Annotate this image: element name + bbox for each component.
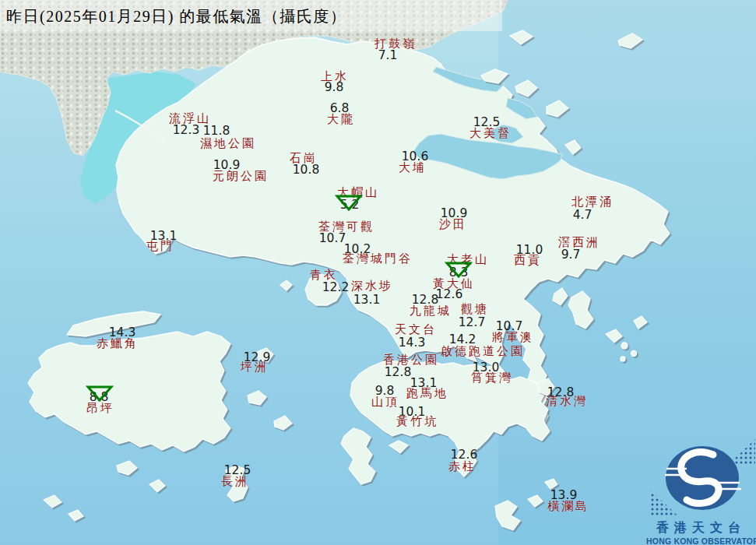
station-name: 將軍澳 bbox=[492, 330, 534, 345]
station-name: 坪洲 bbox=[241, 360, 269, 374]
map-title: 昨日(2025年01月29日) 的最低氣溫（攝氏度） bbox=[6, 6, 346, 27]
peak-marker-icon bbox=[86, 384, 114, 406]
station-value: 12.8 bbox=[385, 365, 412, 379]
station-name: 赤柱 bbox=[448, 459, 476, 474]
station-name: 啟德跑道公園 bbox=[441, 344, 525, 359]
station-name: 濕地公園 bbox=[200, 136, 256, 151]
station-name: 九龍城 bbox=[410, 304, 452, 318]
station-name: 筲箕灣 bbox=[471, 371, 513, 385]
station-name: 大埔 bbox=[399, 160, 427, 175]
hko-logo-symbol bbox=[646, 438, 756, 519]
station-name: 屯門 bbox=[146, 239, 174, 254]
station-name: 山頂 bbox=[371, 395, 399, 410]
station-value: 14.3 bbox=[399, 336, 426, 350]
station-name: 大隴 bbox=[327, 112, 355, 127]
station-name: 清水灣 bbox=[546, 394, 588, 409]
station-name: 流浮山 bbox=[169, 111, 211, 126]
station-value: 13.1 bbox=[353, 293, 381, 307]
station-labels-layer: 打鼓嶺7.1上水9.8大隴6.8流浮山12.3濕地公園11.8元朗公園10.9石… bbox=[0, 0, 756, 545]
hko-logo-name-chinese: 香港天文台 bbox=[646, 520, 756, 536]
station-name: 上水 bbox=[321, 69, 349, 84]
station-name: 跑馬地 bbox=[406, 386, 448, 401]
station-name: 橫瀾島 bbox=[547, 499, 589, 514]
peak-marker-icon bbox=[445, 260, 473, 282]
station-name: 深水埗 bbox=[351, 279, 393, 294]
hko-logo: 香港天文台 HONG KONG OBSERVATORY bbox=[646, 438, 756, 545]
weather-map-screen: 昨日(2025年01月29日) 的最低氣溫（攝氏度） 打鼓嶺7.1上水9.8大隴… bbox=[0, 0, 756, 545]
station-name: 黃竹坑 bbox=[396, 414, 438, 429]
station-value: 12.7 bbox=[459, 315, 486, 329]
station-value: 4.7 bbox=[573, 208, 592, 222]
station-value: 9.7 bbox=[561, 248, 581, 262]
station-name: 大美督 bbox=[469, 126, 512, 141]
station-name: 青衣 bbox=[310, 268, 338, 283]
station-name: 元朗公園 bbox=[213, 169, 269, 184]
peak-marker-icon bbox=[335, 193, 363, 215]
hko-logo-name-english: HONG KONG OBSERVATORY bbox=[646, 536, 756, 545]
station-name: 觀塘 bbox=[461, 302, 489, 317]
station-name: 沙田 bbox=[439, 217, 467, 232]
station-name: 長洲 bbox=[221, 474, 249, 489]
station-name: 荃灣可觀 bbox=[318, 220, 374, 234]
station-name: 打鼓嶺 bbox=[374, 37, 417, 51]
station-name: 滘西洲 bbox=[558, 235, 600, 250]
station-name: 石崗 bbox=[290, 151, 318, 166]
station-name: 北潭涌 bbox=[571, 195, 614, 209]
station-name: 天文台 bbox=[395, 322, 437, 337]
station-value: 12.2 bbox=[322, 280, 350, 294]
station-name: 赤鱲角 bbox=[97, 336, 139, 351]
station-name: 香港公園 bbox=[383, 353, 439, 367]
station-name: 荃灣城門谷 bbox=[343, 251, 413, 266]
station-name: 西貢 bbox=[514, 253, 542, 268]
